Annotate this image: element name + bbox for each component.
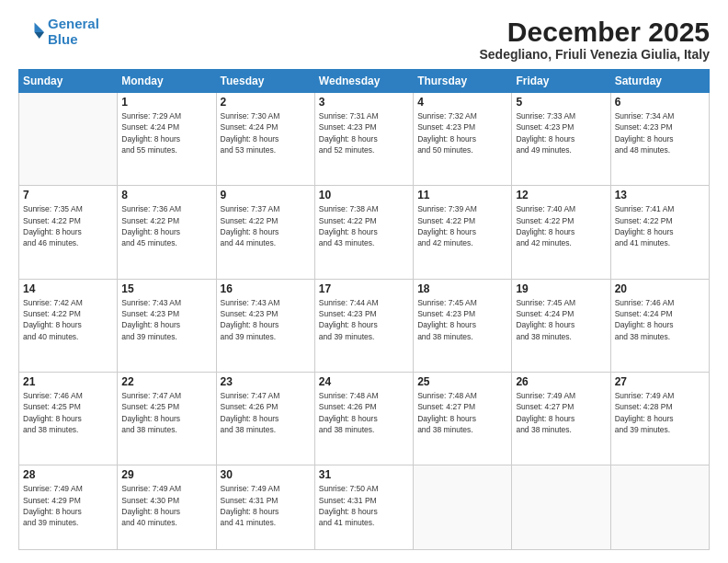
calendar-cell: 1Sunrise: 7:29 AM Sunset: 4:24 PM Daylig…	[118, 93, 216, 186]
day-number: 25	[417, 375, 507, 388]
location-title: Sedegliano, Friuli Venezia Giulia, Italy	[479, 47, 710, 62]
day-number: 21	[23, 375, 113, 388]
day-number: 23	[221, 375, 311, 388]
day-number: 20	[615, 282, 705, 295]
calendar-cell: 23Sunrise: 7:47 AM Sunset: 4:26 PM Dayli…	[216, 373, 314, 465]
calendar-cell: 28Sunrise: 7:49 AM Sunset: 4:29 PM Dayli…	[19, 465, 118, 550]
calendar-cell: 16Sunrise: 7:43 AM Sunset: 4:23 PM Dayli…	[216, 279, 314, 372]
calendar-cell: 24Sunrise: 7:48 AM Sunset: 4:26 PM Dayli…	[314, 373, 413, 465]
calendar-week-row: 28Sunrise: 7:49 AM Sunset: 4:29 PM Dayli…	[19, 465, 710, 550]
sun-info: Sunrise: 7:43 AM Sunset: 4:23 PM Dayligh…	[221, 297, 311, 342]
sun-info: Sunrise: 7:45 AM Sunset: 4:24 PM Dayligh…	[516, 297, 606, 342]
sun-info: Sunrise: 7:38 AM Sunset: 4:22 PM Dayligh…	[319, 203, 409, 248]
day-number: 5	[516, 96, 606, 109]
sun-info: Sunrise: 7:47 AM Sunset: 4:25 PM Dayligh…	[121, 390, 211, 435]
calendar-cell: 8Sunrise: 7:36 AM Sunset: 4:22 PM Daylig…	[118, 186, 216, 279]
sun-info: Sunrise: 7:49 AM Sunset: 4:27 PM Dayligh…	[516, 390, 606, 435]
weekday-header-thursday: Thursday	[414, 70, 512, 93]
header: General Blue December 2025 Sedegliano, F…	[18, 17, 710, 62]
sun-info: Sunrise: 7:49 AM Sunset: 4:30 PM Dayligh…	[121, 483, 211, 528]
svg-marker-1	[35, 32, 45, 39]
sun-info: Sunrise: 7:32 AM Sunset: 4:23 PM Dayligh…	[417, 110, 507, 155]
sun-info: Sunrise: 7:34 AM Sunset: 4:23 PM Dayligh…	[615, 110, 705, 155]
calendar-week-row: 1Sunrise: 7:29 AM Sunset: 4:24 PM Daylig…	[19, 93, 710, 186]
calendar-cell	[512, 465, 610, 550]
day-number: 6	[615, 96, 705, 109]
day-number: 1	[121, 96, 211, 109]
day-number: 16	[221, 282, 311, 295]
sun-info: Sunrise: 7:30 AM Sunset: 4:24 PM Dayligh…	[221, 110, 311, 155]
day-number: 13	[615, 189, 705, 201]
day-number: 15	[121, 282, 211, 295]
day-number: 17	[319, 282, 409, 295]
calendar-cell: 26Sunrise: 7:49 AM Sunset: 4:27 PM Dayli…	[512, 373, 610, 465]
calendar-cell: 4Sunrise: 7:32 AM Sunset: 4:23 PM Daylig…	[414, 93, 512, 186]
sun-info: Sunrise: 7:50 AM Sunset: 4:31 PM Dayligh…	[319, 483, 409, 528]
sun-info: Sunrise: 7:45 AM Sunset: 4:23 PM Dayligh…	[417, 297, 507, 342]
sun-info: Sunrise: 7:41 AM Sunset: 4:22 PM Dayligh…	[615, 203, 705, 248]
calendar-cell: 31Sunrise: 7:50 AM Sunset: 4:31 PM Dayli…	[314, 465, 413, 550]
sun-info: Sunrise: 7:31 AM Sunset: 4:23 PM Dayligh…	[319, 110, 409, 155]
sun-info: Sunrise: 7:49 AM Sunset: 4:29 PM Dayligh…	[23, 483, 113, 528]
day-number: 10	[319, 189, 409, 201]
sun-info: Sunrise: 7:37 AM Sunset: 4:22 PM Dayligh…	[221, 203, 311, 248]
weekday-header-sunday: Sunday	[19, 70, 118, 93]
sun-info: Sunrise: 7:35 AM Sunset: 4:22 PM Dayligh…	[23, 203, 113, 248]
calendar-cell: 29Sunrise: 7:49 AM Sunset: 4:30 PM Dayli…	[118, 465, 216, 550]
calendar-cell: 6Sunrise: 7:34 AM Sunset: 4:23 PM Daylig…	[610, 93, 709, 186]
day-number: 9	[221, 189, 311, 201]
sun-info: Sunrise: 7:42 AM Sunset: 4:22 PM Dayligh…	[23, 297, 113, 342]
weekday-header-friday: Friday	[512, 70, 610, 93]
sun-info: Sunrise: 7:43 AM Sunset: 4:23 PM Dayligh…	[121, 297, 211, 342]
calendar-cell	[610, 465, 709, 550]
calendar-table: SundayMondayTuesdayWednesdayThursdayFrid…	[18, 69, 710, 550]
calendar-cell: 15Sunrise: 7:43 AM Sunset: 4:23 PM Dayli…	[118, 279, 216, 372]
calendar-cell: 17Sunrise: 7:44 AM Sunset: 4:23 PM Dayli…	[314, 279, 413, 372]
day-number: 7	[23, 189, 113, 201]
calendar-cell: 12Sunrise: 7:40 AM Sunset: 4:22 PM Dayli…	[512, 186, 610, 279]
day-number: 3	[319, 96, 409, 109]
calendar-week-row: 7Sunrise: 7:35 AM Sunset: 4:22 PM Daylig…	[19, 186, 710, 279]
day-number: 26	[516, 375, 606, 388]
calendar-cell: 2Sunrise: 7:30 AM Sunset: 4:24 PM Daylig…	[216, 93, 314, 186]
day-number: 29	[121, 468, 211, 481]
day-number: 30	[221, 468, 311, 481]
sun-info: Sunrise: 7:49 AM Sunset: 4:31 PM Dayligh…	[221, 483, 311, 528]
calendar-cell: 13Sunrise: 7:41 AM Sunset: 4:22 PM Dayli…	[610, 186, 709, 279]
calendar-cell: 25Sunrise: 7:48 AM Sunset: 4:27 PM Dayli…	[414, 373, 512, 465]
calendar-cell: 20Sunrise: 7:46 AM Sunset: 4:24 PM Dayli…	[610, 279, 709, 372]
calendar-cell: 27Sunrise: 7:49 AM Sunset: 4:28 PM Dayli…	[610, 373, 709, 465]
day-number: 28	[23, 468, 113, 481]
logo: General Blue	[18, 17, 99, 47]
day-number: 19	[516, 282, 606, 295]
calendar-cell	[414, 465, 512, 550]
sun-info: Sunrise: 7:46 AM Sunset: 4:24 PM Dayligh…	[615, 297, 705, 342]
sun-info: Sunrise: 7:36 AM Sunset: 4:22 PM Dayligh…	[121, 203, 211, 248]
sun-info: Sunrise: 7:40 AM Sunset: 4:22 PM Dayligh…	[516, 203, 606, 248]
calendar-cell: 10Sunrise: 7:38 AM Sunset: 4:22 PM Dayli…	[314, 186, 413, 279]
sun-info: Sunrise: 7:47 AM Sunset: 4:26 PM Dayligh…	[221, 390, 311, 435]
calendar-cell: 21Sunrise: 7:46 AM Sunset: 4:25 PM Dayli…	[19, 373, 118, 465]
day-number: 12	[516, 189, 606, 201]
weekday-header-wednesday: Wednesday	[314, 70, 413, 93]
weekday-header-tuesday: Tuesday	[216, 70, 314, 93]
calendar-cell: 3Sunrise: 7:31 AM Sunset: 4:23 PM Daylig…	[314, 93, 413, 186]
day-number: 8	[121, 189, 211, 201]
sun-info: Sunrise: 7:46 AM Sunset: 4:25 PM Dayligh…	[23, 390, 113, 435]
month-title: December 2025	[479, 17, 710, 47]
weekday-header-saturday: Saturday	[610, 70, 709, 93]
title-block: December 2025 Sedegliano, Friuli Venezia…	[479, 17, 710, 62]
sun-info: Sunrise: 7:44 AM Sunset: 4:23 PM Dayligh…	[319, 297, 409, 342]
calendar-cell: 9Sunrise: 7:37 AM Sunset: 4:22 PM Daylig…	[216, 186, 314, 279]
calendar-cell: 5Sunrise: 7:33 AM Sunset: 4:23 PM Daylig…	[512, 93, 610, 186]
calendar-cell: 18Sunrise: 7:45 AM Sunset: 4:23 PM Dayli…	[414, 279, 512, 372]
day-number: 31	[319, 468, 409, 481]
day-number: 22	[121, 375, 211, 388]
logo-text: General Blue	[48, 17, 99, 47]
sun-info: Sunrise: 7:49 AM Sunset: 4:28 PM Dayligh…	[615, 390, 705, 435]
day-number: 27	[615, 375, 705, 388]
logo-icon	[18, 19, 44, 45]
calendar-cell: 19Sunrise: 7:45 AM Sunset: 4:24 PM Dayli…	[512, 279, 610, 372]
svg-marker-0	[35, 22, 45, 32]
day-number: 2	[221, 96, 311, 109]
